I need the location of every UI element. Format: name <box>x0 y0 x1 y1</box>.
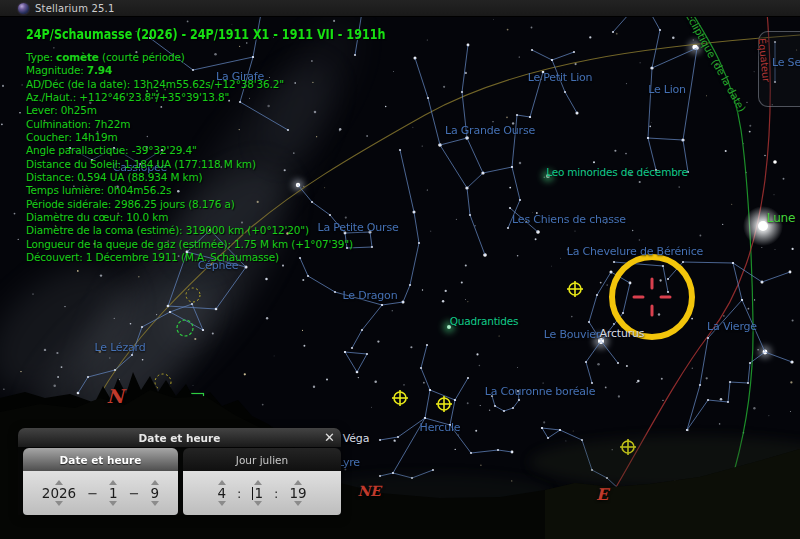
selected-object-marker <box>612 257 692 337</box>
month-spinner: 1 <box>106 480 121 506</box>
day-field[interactable]: 9 <box>148 486 163 500</box>
constellation-line-hercule <box>455 378 468 400</box>
constellation-line-grande-ourse <box>415 58 440 145</box>
constellation-line-vierge <box>687 300 742 430</box>
date-separator: − <box>83 486 102 501</box>
stellarium-window: La GirafeLe Petit LionLe LionLa Grande O… <box>0 0 800 539</box>
stellarium-logo-icon <box>18 3 29 14</box>
constellation-line-chiens-de-chasse <box>510 208 538 232</box>
second-field[interactable]: 19 <box>286 486 309 500</box>
second-spinner: 19 <box>286 480 309 506</box>
constellation-line-bouvier <box>589 272 630 341</box>
window-titlebar: Stellarium 25.1 <box>0 0 800 17</box>
constellation-line-petit-lion <box>552 52 574 60</box>
constellation-line-grande-ourse <box>467 188 485 255</box>
constellation-line-cassiopee <box>70 148 162 164</box>
minute-spinner: 1 <box>249 480 266 506</box>
day-down-arrow[interactable] <box>151 501 159 506</box>
dialog-body: Date et heure 2026 − 1 − <box>18 447 341 515</box>
dso-marker-square[interactable] <box>147 88 157 98</box>
constellation-line-dragon <box>400 150 419 302</box>
time-spinners: 4 : 1 : 19 <box>183 471 341 515</box>
celestial-equator-line <box>612 0 770 494</box>
collapsed-panel-corner <box>758 31 800 107</box>
tab-date-et-heure[interactable]: Date et heure <box>23 448 178 471</box>
month-down-arrow[interactable] <box>109 501 117 506</box>
comet-radiant-glow[interactable] <box>542 170 554 182</box>
moon[interactable] <box>743 206 783 246</box>
constellation-line-dragon <box>300 258 403 305</box>
window-title: Stellarium 25.1 <box>35 3 115 14</box>
year-down-arrow[interactable] <box>55 501 63 506</box>
month-field[interactable]: 1 <box>106 486 121 500</box>
constellation-line-serpent <box>542 428 560 438</box>
year-field[interactable]: 2026 <box>39 486 79 500</box>
tab-jour-julien[interactable]: Jour julien <box>183 448 341 471</box>
day-spinner: 9 <box>148 480 163 506</box>
constellation-line-petite-ourse <box>298 185 372 248</box>
hour-spinner: 4 <box>214 480 229 506</box>
second-down-arrow[interactable] <box>294 501 302 506</box>
meteor-radiant-marker[interactable] <box>392 390 408 406</box>
constellation-line-lion <box>683 140 688 172</box>
ecliptic-line <box>684 0 753 468</box>
meteor-radiant-marker[interactable] <box>567 281 583 297</box>
constellation-line-dragon <box>345 352 367 372</box>
meteor-radiant-marker[interactable] <box>436 396 452 412</box>
minute-down-arrow[interactable] <box>254 501 262 506</box>
comet-radiant-glow[interactable] <box>443 321 455 333</box>
constellation-line-hercule <box>450 425 512 453</box>
constellation-line-lion <box>648 138 656 170</box>
hour-field[interactable]: 4 <box>214 486 229 500</box>
constellation-line-hercule <box>421 345 430 390</box>
year-spinner: 2026 <box>39 480 79 506</box>
hour-down-arrow[interactable] <box>218 501 226 506</box>
dialog-title: Date et heure <box>139 432 221 444</box>
date-time-dialog: Date et heure ✕ Date et heure 2026 − 1 <box>18 428 341 515</box>
constellation-line-couronne <box>492 391 519 411</box>
constellation-line-bouvier <box>601 341 618 363</box>
date-separator: − <box>125 486 144 501</box>
time-separator: : <box>270 486 282 501</box>
date-spinners: 2026 − 1 − 9 <box>23 471 178 515</box>
dialog-titlebar[interactable]: Date et heure ✕ <box>18 428 341 447</box>
constellation-line-hercule <box>380 418 425 476</box>
constellation-line-vierge <box>765 352 792 362</box>
minute-field[interactable]: 1 <box>249 486 266 500</box>
constellation-line-vierge <box>733 263 765 352</box>
constellation-line-grande-ourse <box>530 72 543 117</box>
close-icon[interactable]: ✕ <box>324 429 335 446</box>
time-separator: : <box>233 486 245 501</box>
constellation-line-lion <box>613 12 660 68</box>
constellation-line-grande-ourse <box>440 115 530 188</box>
constellation-line-lion <box>648 48 697 140</box>
constellation-line-grande-ourse <box>508 167 520 228</box>
